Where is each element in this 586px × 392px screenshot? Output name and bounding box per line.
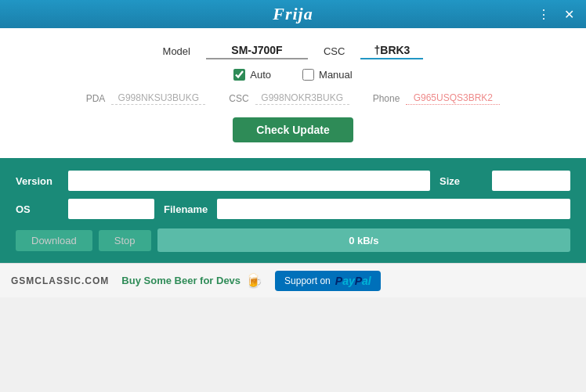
os-input[interactable]	[68, 199, 154, 219]
footer: GSMCLASSIC.COM Buy Some Beer for Devs 🍺 …	[0, 263, 586, 297]
beer-text[interactable]: Buy Some Beer for Devs	[121, 275, 241, 286]
footer-brand: GSMCLASSIC.COM	[11, 275, 109, 286]
progress-label: 0 kB/s	[349, 235, 378, 246]
top-panel: Model CSC Auto Manual PDA G998NKSU3BUKG …	[0, 28, 586, 158]
check-btn-row: Check Update	[24, 117, 562, 142]
auto-checkbox[interactable]	[233, 69, 245, 81]
footer-beer-section: Buy Some Beer for Devs 🍺	[121, 272, 262, 290]
paypal-button[interactable]: Support on PayPal	[275, 271, 381, 291]
action-row: Download Stop 0 kB/s	[16, 228, 570, 252]
size-input[interactable]	[492, 171, 570, 191]
csc-label: CSC	[324, 45, 345, 57]
csc-field-value: G998NOKR3BUKG	[255, 92, 349, 105]
os-label: OS	[16, 203, 59, 215]
pda-field: PDA G998NKSU3BUKG	[86, 92, 206, 105]
os-filename-row: OS Filename	[16, 199, 570, 219]
app-title: Frija	[273, 4, 313, 24]
filename-input[interactable]	[217, 199, 570, 219]
pda-value: G998NKSU3BUKG	[111, 92, 205, 105]
manual-checkbox-item[interactable]: Manual	[302, 69, 353, 81]
auto-manual-row: Auto Manual	[24, 69, 562, 81]
size-label: Size	[440, 175, 483, 187]
paypal-logo: PayPal	[335, 275, 371, 287]
model-input[interactable]	[206, 42, 308, 59]
progress-bar: 0 kB/s	[157, 228, 570, 252]
version-input[interactable]	[68, 171, 430, 191]
csc-input[interactable]	[360, 42, 423, 59]
support-on-text: Support on	[284, 275, 331, 286]
pda-label: PDA	[86, 93, 106, 104]
phone-label: Phone	[373, 93, 400, 104]
model-csc-row: Model CSC	[24, 42, 562, 59]
phone-field: Phone G965USQS3BRK2	[373, 92, 501, 105]
manual-label: Manual	[319, 69, 353, 81]
title-bar: Frija ⋮ ✕	[0, 0, 586, 28]
version-size-row: Version Size	[16, 171, 570, 191]
stop-button[interactable]: Stop	[99, 230, 151, 251]
download-button[interactable]: Download	[16, 230, 92, 251]
auto-checkbox-item[interactable]: Auto	[233, 69, 271, 81]
pda-csc-phone-row: PDA G998NKSU3BUKG CSC G998NOKR3BUKG Phon…	[24, 92, 562, 105]
download-panel: Version Size OS Filename Download Stop 0…	[0, 158, 586, 263]
version-label: Version	[16, 175, 59, 187]
csc-field: CSC G998NOKR3BUKG	[229, 92, 349, 105]
model-label: Model	[163, 45, 190, 57]
close-button[interactable]: ✕	[558, 3, 580, 25]
menu-button[interactable]: ⋮	[533, 3, 555, 25]
auto-label: Auto	[250, 69, 271, 81]
beer-icon: 🍺	[245, 272, 262, 290]
check-update-button[interactable]: Check Update	[233, 117, 353, 142]
phone-value: G965USQS3BRK2	[406, 92, 500, 105]
window-controls: ⋮ ✕	[533, 3, 580, 25]
csc-field-label: CSC	[229, 93, 248, 104]
filename-label: Filename	[164, 203, 208, 215]
manual-checkbox[interactable]	[302, 69, 314, 81]
